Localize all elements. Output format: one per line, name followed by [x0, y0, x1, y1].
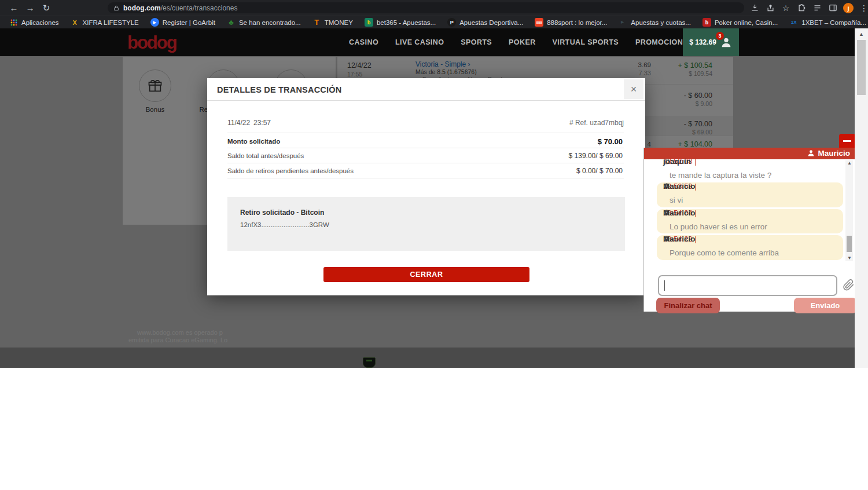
chat-message-text: Porque como te comente arriba — [670, 248, 779, 257]
site-header: bodog CASINO LIVE CASINO SPORTS POKER VI… — [0, 28, 855, 56]
bitcoin-address: 12nfX3..........................3GRW — [240, 221, 329, 228]
modal-date: 11/4/22 — [227, 119, 250, 127]
nav-casino[interactable]: CASINO — [349, 38, 378, 46]
menu-kebab-icon[interactable]: ⋮ — [859, 3, 868, 13]
bookmark-goarbit[interactable]: ▶ Register | GoArbit — [146, 17, 220, 28]
withdrawal-info-box: Retiro solicitado - Bitcoin 12nfX3......… — [227, 197, 625, 251]
chat-message-text: si vi — [670, 196, 683, 204]
modal-row-monto: Monto solicitado $ 70.00 — [227, 133, 624, 148]
bookmark-poker-online[interactable]: b Poker online, Casin... — [698, 17, 782, 28]
chat-window: Mauricio 18:52:08 | joaquin te mande la … — [643, 148, 855, 312]
forward-icon[interactable]: → — [22, 3, 38, 13]
text-caret — [664, 280, 665, 291]
888-icon: 888 — [535, 18, 543, 27]
p-icon: P — [447, 18, 456, 27]
chat-message-text: te mande la captura la viste ? — [670, 171, 771, 180]
bookmark-tmoney[interactable]: T TMONEY — [308, 17, 358, 28]
bookmark-xifra[interactable]: X XIFRA LIFESTYLE — [66, 17, 144, 28]
bookmark-apuestas-deportivas[interactable]: P Apuestas Deportiva... — [443, 17, 528, 28]
divider — [207, 100, 645, 101]
bookmark-apps[interactable]: Aplicaciones — [5, 17, 64, 28]
share-icon[interactable] — [765, 3, 775, 13]
bookmarks-bar: Aplicaciones X XIFRA LIFESTYLE ▶ Registe… — [0, 16, 868, 28]
notification-badge: 3 — [716, 32, 724, 40]
1xbet-icon: 1X — [789, 18, 798, 27]
bookmark-1xbet[interactable]: 1X 1XBET – Compañía... — [785, 17, 868, 28]
chat-message: 18:53:53 | Mauricio si vi — [657, 182, 843, 207]
chat-message-input[interactable] — [658, 275, 837, 296]
extensions-icon[interactable] — [796, 3, 807, 13]
modal-title: DETALLES DE TRANSACCIÓN — [217, 85, 341, 94]
end-chat-button[interactable]: Finalizar chat — [656, 298, 720, 313]
url-path: /es/cuenta/transacciones — [161, 4, 238, 12]
browser-profile-avatar[interactable]: j — [843, 3, 854, 13]
modal-reference: # Ref. uzad7mbqj — [569, 119, 624, 127]
minus-icon — [843, 140, 851, 142]
modal-row-saldo-retiros: Saldo de retiros pendientes antes/despué… — [227, 163, 624, 178]
clover-icon: ♣ — [227, 18, 236, 27]
cerrar-button[interactable]: CERRAR — [323, 267, 529, 282]
nav-poker[interactable]: POKER — [509, 38, 535, 46]
agent-person-icon — [807, 149, 815, 157]
balance-amount: $ 132.69 — [689, 38, 716, 46]
chat-message: 18:54:04 | Mauricio Lo pudo haver si es … — [657, 209, 843, 233]
scroll-up-icon[interactable]: ▲ — [859, 31, 864, 37]
bet365-icon: b — [365, 18, 373, 27]
download-icon[interactable] — [749, 3, 760, 13]
main-nav: CASINO LIVE CASINO SPORTS POKER VIRTUAL … — [349, 28, 693, 56]
screen: ← → ↻ bodog.com/es/cuenta/transacciones … — [0, 0, 868, 490]
side-panel-icon[interactable] — [827, 3, 838, 13]
reload-icon[interactable]: ↻ — [38, 3, 54, 13]
chat-agent-name: Mauricio — [818, 149, 850, 158]
close-icon[interactable]: × — [624, 79, 643, 99]
scroll-up-icon[interactable]: ▲ — [847, 160, 852, 166]
nav-live-casino[interactable]: LIVE CASINO — [395, 38, 444, 46]
nav-virtual-sports[interactable]: VIRTUAL SPORTS — [553, 38, 619, 46]
goarbit-icon: ▶ — [150, 18, 159, 27]
bodog-logo[interactable]: bodog — [127, 32, 176, 53]
bookmark-encontrado[interactable]: ♣ Se han encontrado... — [222, 17, 306, 28]
balance-account-button[interactable]: $ 132.69 3 — [683, 28, 739, 56]
chat-message: 18:54:22 | Mauricio Porque como te comen… — [657, 235, 843, 260]
page-scrollbar[interactable]: ▲ — [855, 28, 868, 368]
back-icon[interactable]: ← — [6, 3, 22, 13]
modal-row-saldo-total: Saldo total antes/después $ 139.00/ $ 69… — [227, 148, 624, 163]
attachment-paperclip-icon[interactable] — [842, 279, 855, 291]
bookmark-star-icon[interactable]: ☆ — [781, 3, 791, 13]
nav-sports[interactable]: SPORTS — [461, 38, 492, 46]
b-icon: b — [703, 18, 711, 27]
scroll-down-icon[interactable]: ▼ — [847, 255, 852, 261]
apps-grid-icon — [9, 18, 18, 27]
toolbar-actions: ☆ j ⋮ — [749, 0, 868, 16]
arrow-icon: ▲ — [619, 18, 627, 27]
url-bar[interactable]: bodog.com/es/cuenta/transacciones — [108, 2, 744, 13]
send-button[interactable]: Enviado — [794, 298, 856, 313]
xifra-icon: X — [71, 18, 79, 27]
outside-window-area — [0, 368, 868, 490]
chat-scrollbar-thumb[interactable] — [847, 236, 852, 252]
tmoney-icon: T — [312, 18, 321, 27]
chat-message-text: Lo pudo haver si es un error — [670, 222, 767, 231]
chat-minimize-button[interactable] — [839, 134, 855, 148]
bookmark-888sport[interactable]: 888 888sport : lo mejor... — [530, 17, 612, 28]
reading-list-icon[interactable] — [812, 3, 822, 13]
page-scrollbar-thumb[interactable] — [857, 40, 866, 95]
modal-time: 23:57 — [253, 119, 271, 127]
url-host: bodog.com — [123, 4, 161, 12]
bookmark-apuestas-cuotas[interactable]: ▲ Apuestas y cuotas... — [614, 17, 696, 28]
bookmark-bet365[interactable]: b bet365 - Apuestas... — [360, 17, 440, 28]
browser-toolbar: ← → ↻ bodog.com/es/cuenta/transacciones … — [0, 0, 868, 16]
transaction-details-modal: DETALLES DE TRANSACCIÓN × 11/4/22 23:57 … — [207, 78, 645, 295]
lock-icon — [113, 5, 119, 12]
